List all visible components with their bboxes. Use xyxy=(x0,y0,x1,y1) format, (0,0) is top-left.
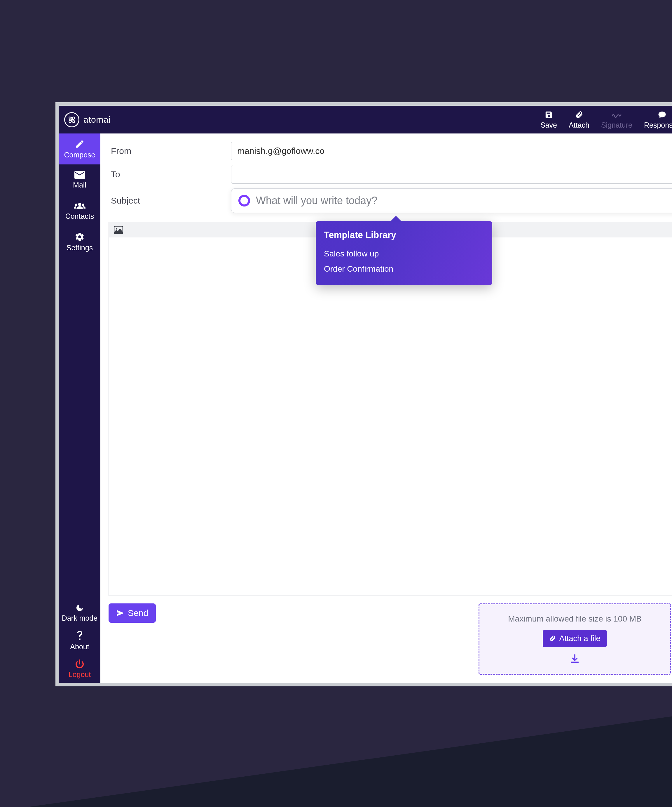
responses-label: Responses xyxy=(644,121,672,130)
subject-label: Subject xyxy=(109,196,231,206)
send-button[interactable]: Send xyxy=(109,603,156,623)
attach-button[interactable]: Attach xyxy=(569,110,589,130)
logo-icon xyxy=(64,112,79,127)
attach-file-label: Attach a file xyxy=(559,634,600,643)
app-window: atomai Save Attach xyxy=(55,102,672,686)
email-body-editor[interactable] xyxy=(109,237,672,596)
compose-icon xyxy=(75,139,84,149)
send-icon xyxy=(116,609,124,617)
responses-button[interactable]: Responses xyxy=(644,110,672,130)
contacts-icon xyxy=(74,201,86,210)
image-icon[interactable] xyxy=(114,226,123,234)
signature-label: Signature xyxy=(601,121,632,130)
sidebar-label: Logout xyxy=(69,670,91,679)
chat-icon xyxy=(658,110,667,120)
sidebar-item-compose[interactable]: Compose xyxy=(59,133,100,164)
sidebar-item-logout[interactable]: Logout xyxy=(59,655,100,683)
sidebar-label: Contacts xyxy=(65,212,94,221)
from-input[interactable] xyxy=(231,142,672,160)
svg-point-2 xyxy=(71,119,72,120)
moon-icon xyxy=(75,603,84,612)
svg-point-4 xyxy=(75,204,77,206)
sidebar-label: Dark mode xyxy=(62,614,98,623)
sidebar-label: About xyxy=(70,643,89,651)
attach-label: Attach xyxy=(569,121,589,130)
subject-input[interactable]: What will you write today? xyxy=(231,188,672,213)
sidebar-item-dark-mode[interactable]: Dark mode xyxy=(59,599,100,627)
subject-placeholder: What will you write today? xyxy=(256,194,377,207)
sidebar-label: Compose xyxy=(64,151,95,159)
signature-button[interactable]: Signature xyxy=(601,110,632,130)
sidebar-item-settings[interactable]: Settings xyxy=(59,226,100,257)
save-label: Save xyxy=(540,121,557,130)
question-icon xyxy=(76,631,83,641)
from-label: From xyxy=(109,146,231,156)
sidebar-label: Mail xyxy=(73,181,86,189)
brand: atomai xyxy=(64,112,111,127)
attach-dropzone[interactable]: Maximum allowed file size is 100 MB Atta… xyxy=(478,603,671,675)
dropdown-title: Template Library xyxy=(324,230,484,241)
sidebar-item-contacts[interactable]: Contacts xyxy=(59,195,100,226)
download-icon xyxy=(569,653,580,664)
sidebar: Compose Mail Contacts xyxy=(59,133,100,683)
send-label: Send xyxy=(128,608,148,618)
svg-point-7 xyxy=(116,228,117,229)
attach-file-button[interactable]: Attach a file xyxy=(543,630,607,647)
compose-area: From To Subject What will you write toda… xyxy=(100,133,672,683)
sidebar-label: Settings xyxy=(66,244,93,252)
topbar: atomai Save Attach xyxy=(59,106,672,133)
signature-icon xyxy=(612,110,622,120)
brand-name: atomai xyxy=(83,115,111,125)
svg-point-5 xyxy=(82,204,84,206)
ai-orb-icon xyxy=(238,195,250,206)
to-label: To xyxy=(109,169,231,179)
gear-icon xyxy=(75,232,84,242)
paperclip-icon xyxy=(549,635,556,642)
attach-hint: Maximum allowed file size is 100 MB xyxy=(508,614,642,624)
save-button[interactable]: Save xyxy=(540,110,557,130)
paperclip-icon xyxy=(575,110,583,120)
sidebar-item-mail[interactable]: Mail xyxy=(59,164,100,195)
template-item-order-confirmation[interactable]: Order Confirmation xyxy=(324,261,484,277)
mail-icon xyxy=(74,171,85,179)
template-library-dropdown: Template Library Sales follow up Order C… xyxy=(316,221,492,286)
power-icon xyxy=(75,659,84,669)
template-item-sales-follow-up[interactable]: Sales follow up xyxy=(324,246,484,261)
svg-point-3 xyxy=(78,203,81,206)
save-icon xyxy=(545,110,553,120)
to-input[interactable] xyxy=(231,165,672,184)
sidebar-item-about[interactable]: About xyxy=(59,627,100,655)
